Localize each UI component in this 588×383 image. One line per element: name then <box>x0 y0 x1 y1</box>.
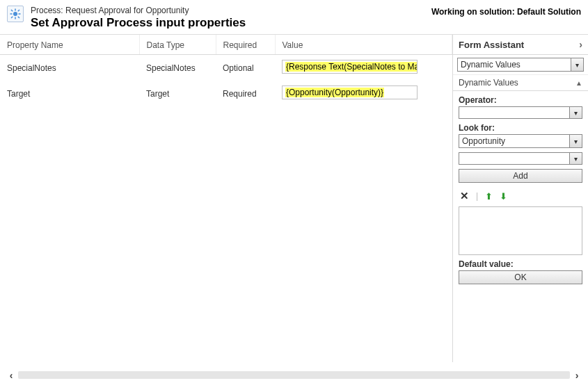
assistant-mode-value: Dynamic Values <box>458 58 571 71</box>
form-assistant-header[interactable]: Form Assistant › <box>453 35 588 55</box>
col-data-type[interactable]: Data Type <box>139 35 216 55</box>
value-input[interactable]: {Response Text(SpecialNotes to Manager)} <box>282 60 418 74</box>
svg-line-8 <box>18 10 19 11</box>
add-button[interactable]: Add <box>459 169 582 183</box>
dynamic-values-section-header[interactable]: Dynamic Values ▲ <box>453 75 588 91</box>
cell-name: SpecialNotes <box>0 55 139 81</box>
selected-values-list[interactable] <box>459 206 582 255</box>
cell-datatype: SpecialNotes <box>139 55 216 81</box>
form-assistant-title: Form Assistant <box>459 40 524 50</box>
remove-icon[interactable]: ✕ <box>460 190 469 202</box>
list-toolbar: ✕ | ⬆ ⬇ <box>459 188 582 206</box>
process-label: Process: Request Approval for Opportunit… <box>31 6 431 15</box>
lookfor-field-select[interactable]: ▾ <box>459 152 582 165</box>
form-assistant-panel: Form Assistant › Dynamic Values ▾ Dynami… <box>452 35 588 362</box>
collapse-caret-icon: ▲ <box>575 79 582 87</box>
chevron-down-icon: ▾ <box>569 107 582 118</box>
move-up-icon[interactable]: ⬆ <box>485 192 493 201</box>
ok-button[interactable]: OK <box>459 270 582 284</box>
svg-line-7 <box>11 17 13 18</box>
table-row[interactable]: SpecialNotes SpecialNotes Optional {Resp… <box>0 55 452 81</box>
process-icon <box>7 6 24 22</box>
value-token: {Response Text(SpecialNotes to Manager)} <box>285 62 418 72</box>
default-value-label: Default value: <box>459 259 582 269</box>
table-header-row: Property Name Data Type Required Value <box>0 35 452 55</box>
lookfor-entity-select[interactable]: Opportunity ▾ <box>459 134 582 148</box>
page-title: Set Approval Process input properties <box>31 16 431 30</box>
col-required[interactable]: Required <box>216 35 275 55</box>
properties-grid: Property Name Data Type Required Value S… <box>0 35 452 362</box>
cell-required: Optional <box>216 55 275 81</box>
operator-value <box>459 107 569 118</box>
scroll-left-icon[interactable]: ‹ <box>6 370 17 380</box>
cell-name: Target <box>0 81 139 106</box>
chevron-down-icon: ▾ <box>571 58 583 71</box>
value-input[interactable]: {Opportunity(Opportunity)} <box>282 85 418 99</box>
svg-line-6 <box>18 17 19 18</box>
chevron-down-icon: ▾ <box>569 135 582 147</box>
assistant-mode-select[interactable]: Dynamic Values ▾ <box>457 58 584 72</box>
scroll-track[interactable] <box>18 371 570 379</box>
move-down-icon[interactable]: ⬇ <box>500 192 507 201</box>
svg-line-5 <box>11 10 13 11</box>
col-property-name[interactable]: Property Name <box>0 35 139 55</box>
solution-label: Working on solution: Default Solution <box>431 6 581 17</box>
operator-label: Operator: <box>459 95 582 105</box>
table-row[interactable]: Target Target Required {Opportunity(Oppo… <box>0 81 452 106</box>
page-header: Process: Request Approval for Opportunit… <box>0 0 588 34</box>
cell-datatype: Target <box>139 81 216 106</box>
chevron-down-icon: ▾ <box>569 153 582 164</box>
svg-point-0 <box>13 12 17 16</box>
cell-required: Required <box>216 81 275 106</box>
scroll-right-icon[interactable]: › <box>571 370 582 380</box>
lookfor-label: Look for: <box>459 123 582 133</box>
value-token: {Opportunity(Opportunity)} <box>285 88 384 97</box>
horizontal-scrollbar[interactable]: ‹ › <box>6 370 582 380</box>
separator: | <box>476 191 478 201</box>
lookfor-field-value <box>459 153 569 164</box>
lookfor-entity-value: Opportunity <box>459 135 569 147</box>
operator-select[interactable]: ▾ <box>459 106 582 119</box>
section-label: Dynamic Values <box>459 78 518 88</box>
header-titles: Process: Request Approval for Opportunit… <box>31 6 431 30</box>
chevron-right-icon: › <box>579 39 582 50</box>
col-value[interactable]: Value <box>275 35 452 55</box>
